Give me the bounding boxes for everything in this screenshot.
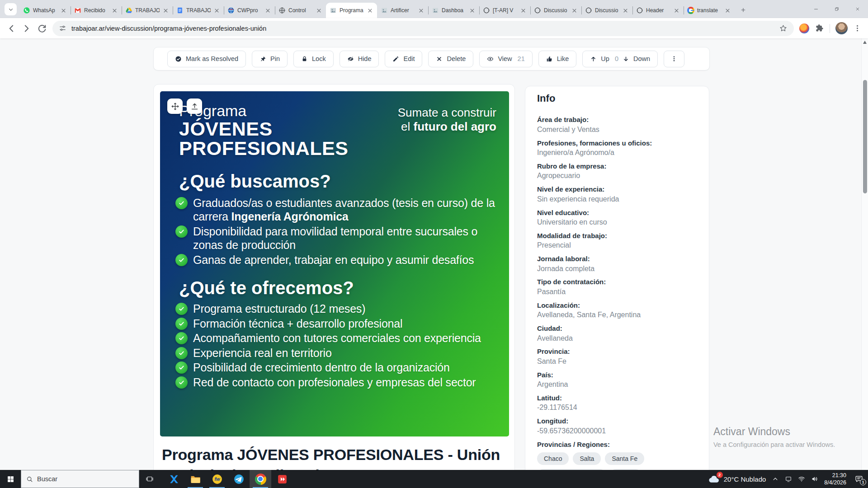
job-poster-image: Programa JÓVENES PROFESIONALES Sumate a … bbox=[160, 91, 509, 436]
eye-icon bbox=[487, 56, 494, 62]
tab-close-icon[interactable] bbox=[571, 7, 578, 14]
openai-icon bbox=[534, 7, 541, 14]
tab-close-icon[interactable] bbox=[60, 7, 67, 14]
scrollbar-up-arrow-icon[interactable] bbox=[863, 41, 867, 44]
tab-4[interactable]: TRABAJO bbox=[173, 3, 224, 18]
tab-12[interactable]: Discussio bbox=[581, 3, 632, 18]
tab-6[interactable]: Control bbox=[275, 3, 326, 18]
taskbar-search[interactable]: Buscar bbox=[21, 470, 139, 488]
tab-1[interactable]: WhatsAp bbox=[19, 3, 71, 18]
tab-8[interactable]: Artificer bbox=[377, 3, 428, 18]
check-icon bbox=[175, 332, 188, 344]
tab-title: WhatsAp bbox=[33, 7, 57, 14]
tab-3[interactable]: TRABAJO bbox=[122, 3, 173, 18]
action-button-view[interactable]: View21 bbox=[479, 51, 532, 67]
vote-count: 0 bbox=[615, 55, 618, 62]
taskbar-app-fw-app[interactable]: fw bbox=[206, 470, 228, 488]
colorful-extension-icon[interactable] bbox=[799, 23, 809, 33]
taskbar-app-telegram[interactable] bbox=[228, 470, 250, 488]
weather-widget[interactable]: 2 20°C Nublado bbox=[708, 473, 766, 485]
tab-7[interactable]: Programa bbox=[326, 3, 377, 18]
tab-9[interactable]: Dashboa bbox=[428, 3, 479, 18]
tab-close-icon[interactable] bbox=[469, 7, 476, 14]
action-button-edit[interactable]: Edit bbox=[385, 51, 422, 67]
poster-slogan: Sumate a construir el futuro del agro bbox=[398, 106, 496, 134]
poster-item-text: Graduados/as o estudiantes avanzados (te… bbox=[193, 196, 502, 224]
region-chip[interactable]: Salta bbox=[573, 452, 601, 465]
taskbar-app-file-explorer[interactable] bbox=[184, 470, 206, 488]
action-button-lock[interactable]: Lock bbox=[293, 51, 334, 67]
tab-5[interactable]: CWPpro bbox=[224, 3, 275, 18]
browser-menu-icon[interactable] bbox=[853, 24, 862, 33]
poster-list-item: Ganas de aprender, trabajar en equipo y … bbox=[175, 253, 502, 267]
page-scrollbar[interactable] bbox=[861, 38, 868, 470]
wireless-display-button[interactable] bbox=[785, 475, 792, 483]
close-window-button[interactable] bbox=[847, 0, 868, 18]
action-button-mark-as-resolved[interactable]: Mark as Resolved bbox=[167, 51, 246, 67]
tab-close-icon[interactable] bbox=[622, 7, 629, 14]
action-button-label: Lock bbox=[312, 55, 326, 62]
tab-10[interactable]: [T-AR] V bbox=[479, 3, 530, 18]
back-button[interactable] bbox=[6, 23, 16, 33]
taskbar-app-red-app[interactable] bbox=[271, 470, 293, 488]
site-settings-icon[interactable] bbox=[59, 24, 66, 32]
extensions-puzzle-icon[interactable] bbox=[815, 23, 824, 33]
clock[interactable]: 21:30 8/4/2026 bbox=[824, 472, 846, 487]
tab-title: Programa bbox=[340, 7, 364, 14]
tab-title: TRABAJO bbox=[135, 7, 160, 14]
region-chip[interactable]: Santa Fe bbox=[605, 452, 644, 465]
taskbar-app-chrome[interactable] bbox=[250, 470, 271, 488]
svg-text:fw: fw bbox=[214, 476, 221, 482]
taskbar-app-x-app[interactable] bbox=[163, 470, 184, 488]
action-button-label: Delete bbox=[447, 55, 466, 62]
region-chip[interactable]: Chaco bbox=[537, 452, 569, 465]
action-button-like[interactable]: Like bbox=[538, 51, 577, 67]
tab-close-icon[interactable] bbox=[418, 7, 425, 14]
tab-2[interactable]: Recibido bbox=[71, 3, 122, 18]
tab-close-icon[interactable] bbox=[264, 7, 271, 14]
poster-item-text: Experiencia real en territorio bbox=[193, 346, 332, 360]
reload-button[interactable] bbox=[37, 23, 47, 33]
bookmark-star-icon[interactable] bbox=[779, 24, 788, 33]
wifi-button[interactable] bbox=[798, 475, 805, 483]
action-button-label: View bbox=[498, 55, 512, 62]
vote-button[interactable]: Up 0 Down bbox=[582, 51, 658, 67]
check-icon bbox=[178, 320, 185, 327]
action-center-button[interactable]: 1 bbox=[854, 474, 863, 483]
tab-14[interactable]: translate bbox=[684, 3, 735, 18]
volume-button[interactable] bbox=[811, 475, 818, 483]
new-tab-button[interactable] bbox=[737, 4, 750, 16]
info-field-label: Latitud: bbox=[537, 394, 697, 403]
poster-title-line2: PROFESIONALES bbox=[179, 139, 348, 158]
scrollbar-thumb[interactable] bbox=[863, 80, 867, 193]
profile-avatar[interactable] bbox=[835, 22, 848, 34]
more-options-button[interactable] bbox=[664, 51, 684, 67]
tab-close-icon[interactable] bbox=[724, 7, 731, 14]
tab-search-button[interactable] bbox=[5, 3, 17, 15]
address-bar[interactable]: trabajoar.ar/view-discussion/programa-jó… bbox=[52, 21, 794, 36]
task-view-button[interactable] bbox=[139, 470, 160, 488]
tab-11[interactable]: Discussio bbox=[530, 3, 581, 18]
tab-close-icon[interactable] bbox=[673, 7, 680, 14]
forward-button[interactable] bbox=[22, 23, 32, 33]
tab-close-icon[interactable] bbox=[520, 7, 527, 14]
action-button-pin[interactable]: Pin bbox=[252, 51, 288, 67]
move-handle-button[interactable] bbox=[167, 99, 183, 114]
tab-13[interactable]: Header bbox=[632, 3, 684, 18]
minimize-button[interactable] bbox=[806, 0, 826, 18]
tab-close-icon[interactable] bbox=[162, 7, 169, 14]
tray-expand-button[interactable] bbox=[772, 475, 779, 483]
upload-button[interactable] bbox=[187, 99, 202, 114]
maximize-button[interactable] bbox=[826, 0, 847, 18]
tab-close-icon[interactable] bbox=[111, 7, 118, 14]
info-field: Ciudad:Avellaneda bbox=[537, 324, 697, 343]
start-button[interactable] bbox=[0, 470, 21, 488]
check-icon bbox=[178, 364, 185, 371]
tab-close-icon[interactable] bbox=[316, 7, 322, 14]
action-button-delete[interactable]: Delete bbox=[428, 51, 473, 67]
thumbs-up-icon bbox=[546, 56, 553, 62]
tab-close-icon[interactable] bbox=[213, 7, 220, 14]
window-controls bbox=[806, 0, 868, 18]
tab-close-icon[interactable] bbox=[367, 7, 373, 14]
action-button-hide[interactable]: Hide bbox=[340, 51, 379, 67]
